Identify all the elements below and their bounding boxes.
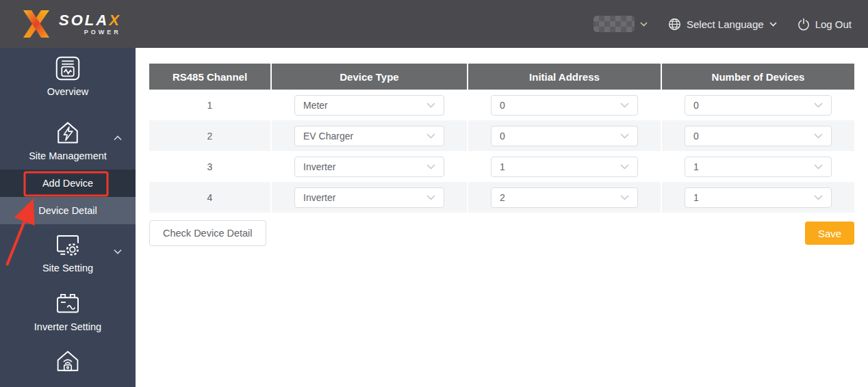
chevron-down-icon — [620, 164, 629, 170]
table-header-row: RS485 Channel Device Type Initial Addres… — [149, 64, 854, 90]
channel-value: 1 — [149, 90, 270, 120]
sidebar-item-label: Inverter Setting — [0, 321, 136, 332]
chevron-down-icon — [426, 195, 435, 200]
inverter-icon — [54, 290, 81, 317]
column-header-number-of-devices: Number of Devices — [661, 64, 854, 90]
logout-label: Log Out — [815, 18, 852, 30]
sidebar-subitem-device-detail[interactable]: Device Detail — [0, 197, 136, 224]
user-menu[interactable] — [593, 16, 648, 32]
chevron-down-icon — [640, 22, 648, 27]
channel-value: 3 — [149, 151, 270, 182]
chevron-down-icon — [426, 164, 435, 170]
dashboard-icon — [54, 55, 81, 82]
brand-name: SOLAX — [59, 13, 121, 28]
table-row: 2 EV Charger 0 0 — [149, 120, 854, 151]
solax-x-icon — [21, 9, 52, 39]
rs485-device-table: RS485 Channel Device Type Initial Addres… — [149, 64, 854, 213]
column-header-device-type: Device Type — [270, 64, 467, 90]
sidebar-subitem-add-device[interactable]: Add Device — [0, 170, 136, 197]
solax-logo: SOLAX POWER — [21, 9, 121, 39]
sidebar-item-site-management[interactable]: Site Management — [0, 119, 136, 161]
initial-address-select[interactable]: 1 — [491, 157, 638, 177]
check-device-detail-button[interactable]: Check Device Detail — [149, 220, 266, 246]
number-of-devices-select[interactable]: 0 — [685, 95, 832, 116]
action-buttons-row: Check Device Detail Save — [149, 220, 854, 246]
chevron-down-icon — [620, 103, 629, 108]
logout-button[interactable]: Log Out — [797, 18, 852, 31]
chevron-down-icon — [426, 133, 435, 139]
initial-address-select[interactable]: 0 — [491, 126, 638, 146]
device-type-select[interactable]: Meter — [294, 95, 444, 116]
chevron-up-icon — [114, 135, 122, 141]
table-row: 4 Inverter 2 1 — [149, 182, 854, 213]
initial-address-select[interactable]: 0 — [491, 95, 638, 116]
sidebar-item-inverter-setting[interactable]: Inverter Setting — [0, 290, 136, 332]
chevron-down-icon — [114, 249, 122, 254]
chevron-down-icon — [814, 103, 823, 108]
chevron-down-icon — [620, 195, 629, 200]
language-selector-label: Select Language — [687, 18, 764, 30]
monitor-gear-icon — [54, 231, 81, 258]
number-of-devices-select[interactable]: 1 — [685, 187, 832, 208]
chevron-down-icon — [814, 133, 823, 139]
user-name-blurred — [593, 16, 635, 32]
sidebar-item-label: Site Setting — [0, 263, 136, 273]
house-bolt-icon — [54, 119, 81, 146]
sidebar-item-label: Site Management — [0, 150, 136, 161]
initial-address-select[interactable]: 2 — [491, 187, 638, 208]
column-header-initial-address: Initial Address — [467, 64, 661, 90]
sidebar-item-site-setting[interactable]: Site Setting — [0, 231, 136, 273]
channel-value: 2 — [149, 120, 270, 151]
language-selector[interactable]: Select Language — [668, 18, 777, 31]
table-row: 1 Meter 0 0 — [149, 90, 854, 120]
top-bar: SOLAX POWER Select Language — [0, 0, 868, 48]
sidebar: Overview Site Management Add Device Devi… — [0, 48, 136, 387]
chevron-down-icon — [620, 133, 629, 139]
device-type-select[interactable]: Inverter — [294, 157, 444, 177]
brand-subtitle: POWER — [59, 29, 121, 36]
chevron-down-icon — [814, 164, 823, 170]
chevron-down-icon — [769, 22, 777, 27]
device-type-select[interactable]: Inverter — [294, 187, 444, 208]
device-type-select[interactable]: EV Charger — [294, 126, 444, 146]
sidebar-item-label: Overview — [0, 86, 136, 97]
smart-home-icon — [54, 347, 81, 375]
sidebar-item-overview[interactable]: Overview — [0, 55, 136, 97]
save-button[interactable]: Save — [805, 222, 854, 245]
column-header-rs485-channel: RS485 Channel — [149, 64, 270, 90]
channel-value: 4 — [149, 182, 270, 213]
table-row: 3 Inverter 1 1 — [149, 151, 854, 182]
number-of-devices-select[interactable]: 1 — [685, 157, 832, 177]
power-icon — [797, 18, 810, 31]
chevron-down-icon — [426, 103, 435, 108]
sidebar-subitem-label: Device Detail — [38, 205, 97, 216]
chevron-down-icon — [814, 195, 823, 200]
main-content: RS485 Channel Device Type Initial Addres… — [136, 48, 868, 387]
number-of-devices-select[interactable]: 0 — [685, 126, 832, 146]
globe-icon — [668, 18, 681, 31]
sidebar-item-smart-home[interactable] — [0, 347, 136, 375]
sidebar-subitem-label: Add Device — [42, 178, 93, 189]
